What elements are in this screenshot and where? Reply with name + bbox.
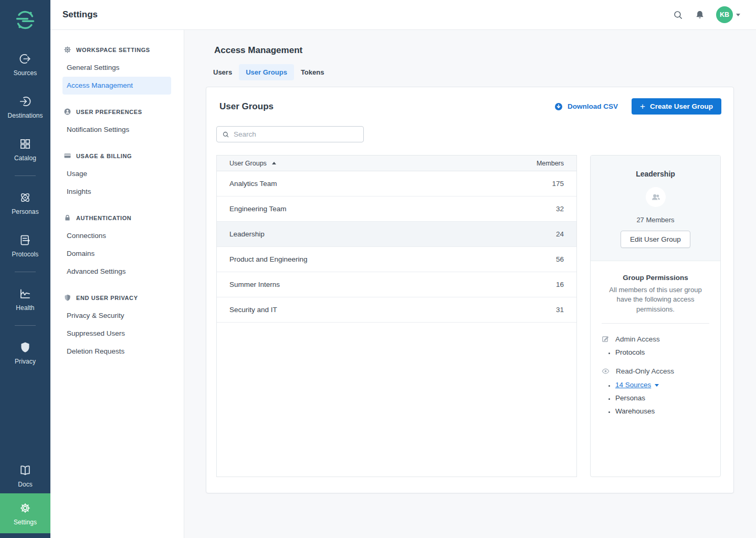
- tab-users[interactable]: Users: [206, 64, 239, 80]
- segment-logo[interactable]: [14, 7, 37, 33]
- admin-access-list: Protocols: [615, 348, 710, 356]
- nav-section-label: USAGE & BILLING: [76, 153, 132, 159]
- table-row-selected[interactable]: Leadership 24: [217, 222, 576, 247]
- download-csv-label: Download CSV: [568, 102, 618, 110]
- card-header: User Groups Download CSV: [206, 87, 733, 115]
- nav-item-advanced-settings[interactable]: Advanced Settings: [62, 263, 171, 281]
- sidebar-item-sources[interactable]: Sources: [0, 47, 50, 82]
- gear-icon: [64, 46, 71, 54]
- sidebar-item-settings[interactable]: Settings: [0, 493, 50, 533]
- sidebar-item-docs[interactable]: Docs: [0, 458, 50, 493]
- account-menu[interactable]: KB: [716, 6, 740, 23]
- edit-user-group-button[interactable]: Edit User Group: [621, 231, 690, 248]
- sidebar-item-label: Privacy: [15, 358, 36, 365]
- sidebar-item-label: Protocols: [12, 251, 39, 258]
- column-members: Members: [537, 160, 564, 167]
- group-members: 31: [556, 306, 564, 314]
- sidebar-divider: [15, 175, 36, 176]
- tab-user-groups[interactable]: User Groups: [239, 64, 294, 80]
- table-row[interactable]: Security and IT 31: [217, 297, 576, 323]
- sidebar-divider: [15, 272, 36, 272]
- right-region: Settings KB: [50, 0, 756, 538]
- nav-section-header: USER PREFERENCES: [50, 101, 184, 121]
- sort-ascending-icon: [272, 162, 276, 164]
- sidebar-item-label: Personas: [12, 208, 39, 215]
- group-name: Product and Engineering: [229, 255, 556, 263]
- group-members: 24: [556, 230, 564, 238]
- sidebar-item-label: Catalog: [14, 154, 36, 162]
- chevron-down-icon[interactable]: [655, 384, 659, 387]
- group-avatar: [646, 187, 666, 207]
- search-icon: [222, 131, 229, 138]
- group-members-count: 27 Members: [591, 216, 720, 224]
- edit-icon: [601, 335, 610, 343]
- sidebar-item-label: Health: [16, 304, 34, 312]
- nav-item-general-settings[interactable]: General Settings: [62, 59, 171, 77]
- search-input[interactable]: [234, 130, 358, 138]
- readonly-access-item: Warehouses: [615, 407, 710, 415]
- group-detail-title: Leadership: [591, 170, 720, 178]
- nav-item-insights[interactable]: Insights: [62, 183, 171, 201]
- main-content: Access Management Users User Groups Toke…: [184, 30, 756, 538]
- group-detail-summary: Leadership 27 Members: [591, 156, 720, 261]
- admin-access-row: Admin Access: [601, 335, 710, 343]
- avatar[interactable]: KB: [716, 6, 733, 23]
- topbar-actions: KB: [673, 6, 740, 23]
- group-name: Summer Interns: [229, 281, 556, 288]
- settings-nav: WORKSPACE SETTINGS General Settings Acce…: [50, 30, 184, 538]
- card-body: User Groups Members Analytics Team 175 E: [216, 155, 721, 477]
- lock-icon: [64, 214, 71, 222]
- group-name: Leadership: [229, 230, 556, 238]
- sources-link[interactable]: 14 Sources: [615, 381, 651, 389]
- shield-icon: [64, 294, 71, 302]
- nav-section-workspace-settings: WORKSPACE SETTINGS General Settings Acce…: [50, 39, 184, 95]
- sidebar-item-destinations[interactable]: Destinations: [0, 89, 50, 125]
- table-row[interactable]: Summer Interns 16: [217, 272, 576, 297]
- card-header-actions: Download CSV + Create User Group: [554, 98, 721, 115]
- sidebar-item-privacy[interactable]: Privacy: [0, 335, 50, 370]
- nav-section-label: END USER PRIVACY: [76, 295, 138, 301]
- readonly-access-label: Read-Only Access: [616, 367, 674, 375]
- nav-item-suppressed-users[interactable]: Suppressed Users: [62, 325, 171, 343]
- notifications-bell-icon[interactable]: [695, 9, 705, 20]
- readonly-access-list: 14 Sources Personas Warehouses: [615, 381, 710, 415]
- table-row[interactable]: Engineering Team 32: [217, 196, 576, 222]
- nav-section-header: AUTHENTICATION: [50, 208, 184, 227]
- search-icon[interactable]: [673, 9, 684, 20]
- tab-tokens[interactable]: Tokens: [294, 64, 331, 80]
- nav-item-domains[interactable]: Domains: [62, 245, 171, 263]
- chevron-down-icon[interactable]: [736, 14, 740, 16]
- nav-section-label: AUTHENTICATION: [76, 215, 131, 221]
- table-row[interactable]: Product and Engineering 56: [217, 247, 576, 272]
- nav-item-privacy-security[interactable]: Privacy & Security: [62, 307, 171, 325]
- nav-item-usage[interactable]: Usage: [62, 165, 171, 183]
- permissions-description: All members of this user group have the …: [601, 285, 710, 314]
- readonly-access-row: Read-Only Access: [601, 367, 710, 376]
- protocols-icon: [18, 233, 32, 247]
- personas-icon: [18, 191, 32, 204]
- sidebar-item-health[interactable]: Health: [0, 282, 50, 317]
- sidebar-item-protocols[interactable]: Protocols: [0, 228, 50, 263]
- table-header[interactable]: User Groups Members: [217, 156, 576, 171]
- create-user-group-label: Create User Group: [650, 102, 713, 110]
- download-csv-link[interactable]: Download CSV: [554, 102, 618, 111]
- primary-sidebar: Sources Destinations Catalog: [0, 0, 50, 538]
- search-box: [216, 126, 364, 142]
- nav-section-label: USER PREFERENCES: [76, 109, 142, 115]
- page-title: Access Management: [214, 45, 734, 56]
- sidebar-item-label: Settings: [14, 519, 37, 526]
- content-row: WORKSPACE SETTINGS General Settings Acce…: [50, 30, 756, 538]
- nav-item-deletion-requests[interactable]: Deletion Requests: [62, 343, 171, 360]
- download-icon: [554, 102, 563, 111]
- nav-item-access-management[interactable]: Access Management: [62, 77, 171, 95]
- nav-item-notification-settings[interactable]: Notification Settings: [62, 121, 171, 139]
- create-user-group-button[interactable]: + Create User Group: [632, 98, 721, 115]
- sidebar-item-catalog[interactable]: Catalog: [0, 132, 50, 167]
- sidebar-item-personas[interactable]: Personas: [0, 185, 50, 221]
- docs-book-icon: [18, 463, 32, 477]
- sidebar-item-label: Docs: [18, 481, 33, 488]
- table-row[interactable]: Analytics Team 175: [217, 171, 576, 196]
- column-user-groups[interactable]: User Groups: [229, 160, 537, 167]
- segment-logo-icon: [14, 8, 37, 32]
- nav-item-connections[interactable]: Connections: [62, 227, 171, 245]
